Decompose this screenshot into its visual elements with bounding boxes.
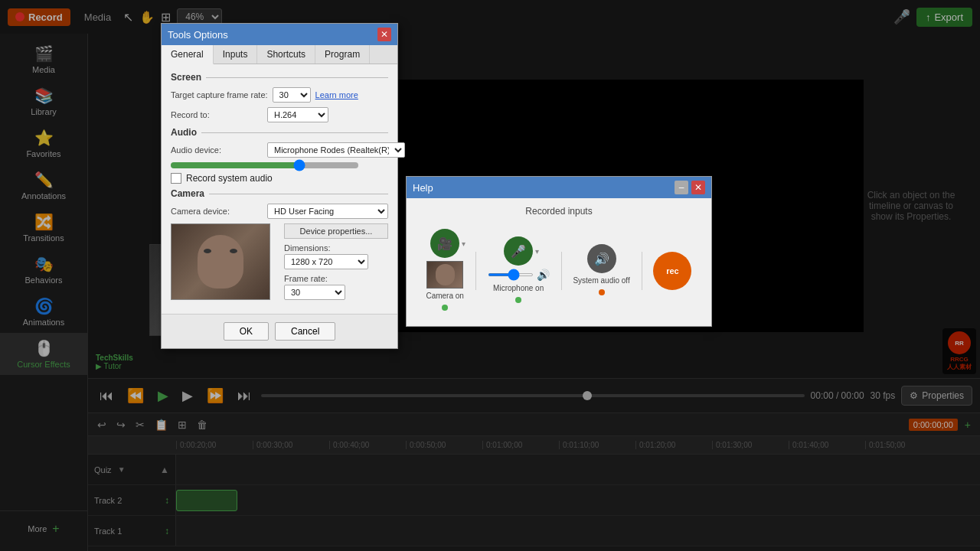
tools-dialog-title: Tools Options [168, 29, 228, 41]
camera-input-item: 🎥 ▾ Camera on [426, 229, 463, 312]
system-audio-indicator [599, 289, 605, 295]
camera-thumb [426, 261, 463, 289]
audio-section-label: Audio [171, 127, 388, 138]
camera-right-panel: Device properties... Dimensions: 1280 x … [284, 223, 388, 300]
help-dialog-title: Help [413, 182, 433, 194]
dimensions-row: Dimensions: 980 x 551 [284, 243, 388, 269]
tools-dialog-close[interactable]: ✕ [377, 28, 391, 41]
tools-dialog-body: Screen Target capture frame rate: 30 Lea… [162, 64, 397, 314]
mic-indicator [515, 297, 521, 303]
audio-level-slider[interactable] [171, 162, 358, 168]
microphone-icon-circle[interactable]: 🎤 ▾ [504, 236, 533, 266]
audio-slider-row [171, 162, 388, 168]
tools-dialog-titlebar: Tools Options ✕ [162, 24, 397, 45]
learn-more-link[interactable]: Learn more [315, 90, 358, 99]
frame-rate-label: Target capture frame rate: [171, 90, 268, 99]
camera-section-label: Camera [171, 188, 388, 199]
audio-device-row: Audio device: Microphone Rodes (Realtek(… [171, 142, 388, 158]
frame-rate2-label: Frame rate: [284, 274, 388, 283]
recorded-inputs-row: 🎥 ▾ Camera on 🎤 ▾ [414, 223, 704, 318]
microphone-input-icon-row: 🎤 ▾ [504, 236, 533, 266]
camera-preview-box [171, 223, 270, 300]
help-dialog-close[interactable]: ✕ [691, 181, 705, 194]
frame-rate-row: Target capture frame rate: 30 Learn more [171, 87, 388, 103]
microphone-input-label: Microphone on [493, 284, 544, 292]
help-dialog: Help – ✕ Recorded inputs 🎥 ▾ [406, 176, 712, 327]
screen-section-label: Screen [171, 72, 388, 83]
rec-button[interactable]: rec [653, 252, 691, 290]
record-system-audio-row: Record system audio [171, 173, 388, 184]
dimensions-select[interactable]: 980 x 551 [284, 254, 368, 269]
tab-program[interactable]: Program [315, 45, 370, 64]
system-audio-icon-circle[interactable]: 🔊 [587, 244, 616, 273]
system-audio-icon-row: 🔊 [587, 244, 616, 273]
help-dialog-minimize[interactable]: – [675, 181, 688, 194]
camera-device-row: Camera device: HD User Facing [171, 204, 388, 219]
frame-rate2-row: Frame rate: 30 [284, 274, 388, 300]
frame-rate-select[interactable]: 30 [273, 87, 311, 103]
record-system-audio-label: Record system audio [186, 173, 273, 184]
system-audio-label: System audio off [573, 276, 629, 285]
divider-2 [561, 252, 562, 290]
tools-dialog-footer: OK Cancel [162, 314, 397, 348]
help-dialog-titlebar: Help – ✕ [407, 177, 711, 198]
system-audio-item: 🔊 System audio off [573, 244, 629, 297]
tab-general[interactable]: General [162, 45, 214, 64]
audio-device-select[interactable]: Microphone Rodes (Realtek(R) Audio) [267, 142, 405, 158]
tab-shortcuts[interactable]: Shortcuts [257, 45, 315, 64]
mic-dropdown-arrow[interactable]: ▾ [535, 247, 539, 256]
recorded-inputs-header: Recorded inputs [414, 206, 704, 217]
tools-options-dialog: Tools Options ✕ General Inputs Shortcuts… [161, 23, 398, 349]
mic-vol-icon: 🔊 [537, 269, 550, 281]
divider-1 [475, 252, 476, 290]
record-to-row: Record to: H.264 [171, 107, 388, 122]
frame-rate2-select[interactable]: 30 [284, 285, 345, 300]
camera-dropdown-arrow[interactable]: ▾ [462, 240, 466, 248]
mic-volume-slider[interactable] [488, 273, 534, 276]
tab-inputs[interactable]: Inputs [214, 45, 258, 64]
camera-icon-circle[interactable]: 🎥 ▾ [430, 229, 459, 258]
dimensions-label: Dimensions: [284, 243, 388, 253]
rec-button-item: rec [653, 252, 691, 290]
audio-device-label: Audio device: [171, 145, 263, 155]
camera-input-icon: 🎥 ▾ [430, 229, 459, 258]
record-system-audio-checkbox[interactable] [171, 173, 181, 184]
mic-slider-container: 🔊 [488, 269, 550, 281]
ok-button[interactable]: OK [224, 322, 269, 341]
record-to-select[interactable]: H.264 [267, 107, 328, 122]
microphone-input-item: 🎤 ▾ 🔊 Microphone on [488, 236, 550, 305]
cancel-button[interactable]: Cancel [275, 322, 335, 341]
camera-indicator [442, 305, 448, 311]
record-to-label: Record to: [171, 110, 263, 119]
tools-dialog-tabs: General Inputs Shortcuts Program [162, 45, 397, 64]
camera-input-label: Camera on [426, 292, 463, 300]
divider-3 [642, 252, 642, 290]
help-dialog-body: Recorded inputs 🎥 ▾ Camera on [407, 198, 711, 326]
camera-device-select[interactable]: HD User Facing [267, 204, 388, 219]
device-properties-button[interactable]: Device properties... [284, 223, 388, 239]
camera-device-label: Camera device: [171, 207, 263, 216]
camera-preview-row: Device properties... Dimensions: 1280 x … [171, 223, 388, 300]
